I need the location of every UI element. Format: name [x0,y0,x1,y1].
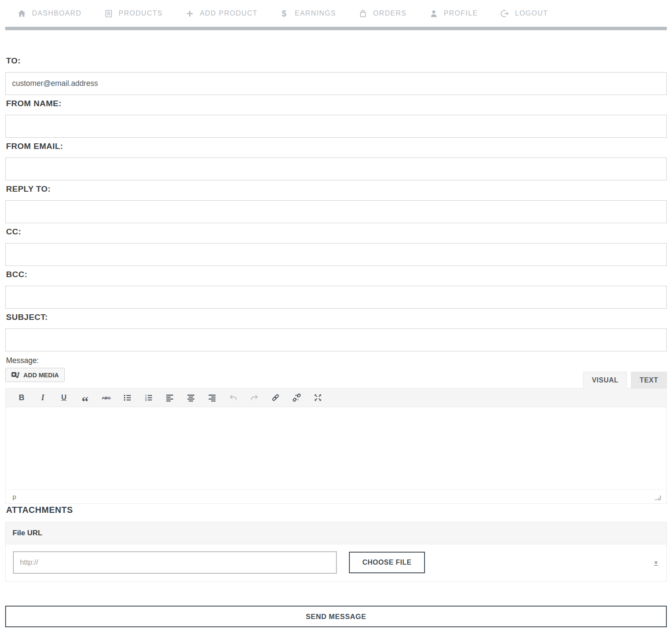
unlink-icon [292,393,301,402]
nav-item-products[interactable]: PRODUCTS [104,9,163,18]
align-center-button[interactable] [186,393,196,402]
nav-item-logout[interactable]: LOGOUT [500,9,548,18]
to-input[interactable] [5,72,667,95]
undo-button[interactable] [228,393,238,402]
editor-media-bar: ADD MEDIA VISUAL TEXT [5,368,667,388]
editor-element-path: p [13,493,16,500]
strikethrough-icon: ABC [102,395,111,400]
from-email-input[interactable] [5,158,667,180]
svg-text:3: 3 [145,398,147,401]
products-icon [104,9,113,18]
contact-customer-form: TO: FROM NAME: FROM EMAIL: REPLY TO: CC:… [5,30,667,627]
nav-label: ORDERS [373,9,406,17]
attachments-table: File URL CHOOSE FILE × [5,522,667,581]
orders-bag-icon [358,9,368,18]
nav-label: ADD PRODUCT [200,9,258,17]
editor-resize-handle[interactable] [654,494,661,502]
from-name-input[interactable] [5,115,667,138]
italic-icon: I [41,393,44,402]
attachment-row: CHOOSE FILE × [6,544,666,581]
editor-statusbar: p [6,489,666,503]
nav-item-earnings[interactable]: $ EARNINGS [280,9,336,18]
numbered-list-button[interactable]: 123 [144,393,153,402]
send-message-button[interactable]: SEND MESSAGE [5,606,667,627]
align-right-icon [208,393,216,402]
subject-input[interactable] [5,329,667,351]
align-left-button[interactable] [165,393,174,402]
align-center-icon [187,393,195,402]
from-name-label: FROM NAME: [6,99,667,108]
nav-label: DASHBOARD [32,9,82,17]
cc-input[interactable] [5,243,667,266]
file-url-input[interactable] [13,551,337,574]
bulleted-list-button[interactable] [123,393,132,402]
bold-icon: B [19,393,25,402]
reply-to-input[interactable] [5,200,667,223]
fullscreen-button[interactable] [313,393,323,402]
bold-button[interactable]: B [17,393,26,402]
dollar-icon: $ [280,9,289,18]
nav-item-profile[interactable]: PROFILE [429,9,478,18]
underline-button[interactable]: U [59,393,69,402]
remove-attachment-link[interactable]: × [654,559,658,566]
add-media-button[interactable]: ADD MEDIA [5,368,65,382]
subject-label: SUBJECT: [6,313,667,322]
home-icon [17,9,26,18]
profile-icon [429,9,438,18]
align-left-icon [165,393,174,402]
choose-file-button[interactable]: CHOOSE FILE [349,552,425,573]
add-media-label: ADD MEDIA [23,372,59,379]
underline-icon: U [61,393,67,402]
bulleted-list-icon [123,393,132,402]
align-right-button[interactable] [207,393,217,402]
editor-toolbar: B I U “ ABC 123 [6,389,666,407]
undo-icon [229,393,238,402]
message-editor: B I U “ ABC 123 [5,388,667,504]
attachments-title: ATTACHMENTS [6,505,667,515]
logout-icon [500,9,509,18]
nav-label: PRODUCTS [119,9,163,17]
nav-item-dashboard[interactable]: DASHBOARD [17,9,82,18]
nav-item-orders[interactable]: ORDERS [358,9,406,18]
nav-label: LOGOUT [515,9,548,17]
blockquote-icon: “ [82,393,89,402]
fullscreen-icon [314,393,322,402]
cc-label: CC: [6,228,667,236]
bcc-label: BCC: [6,270,667,279]
link-icon [271,393,280,402]
file-url-column-header: File URL [6,522,666,544]
numbered-list-icon: 123 [144,393,153,402]
redo-icon [250,393,259,402]
media-icon [11,371,19,379]
insert-link-button[interactable] [271,393,280,402]
strikethrough-button[interactable]: ABC [101,393,111,402]
resize-grip-icon [654,496,661,500]
plus-icon [185,9,194,18]
page: DASHBOARD PRODUCTS ADD PRODUCT $ EARNING… [0,0,672,632]
nav-divider [5,27,667,30]
message-label: Message: [6,356,667,365]
message-editor-body[interactable] [6,407,666,489]
from-email-label: FROM EMAIL: [6,142,667,151]
tab-text[interactable]: TEXT [631,372,667,389]
redo-button[interactable] [250,393,259,402]
editor-mode-tabs: VISUAL TEXT [583,372,667,389]
to-label: TO: [6,57,667,65]
italic-button[interactable]: I [38,393,48,402]
bcc-input[interactable] [5,286,667,309]
blockquote-button[interactable]: “ [80,393,90,402]
reply-to-label: REPLY TO: [6,185,667,193]
nav-label: EARNINGS [295,9,336,17]
nav-item-add-product[interactable]: ADD PRODUCT [185,9,258,18]
top-nav: DASHBOARD PRODUCTS ADD PRODUCT $ EARNING… [5,0,667,27]
nav-label: PROFILE [444,9,478,17]
remove-link-button[interactable] [292,393,301,402]
svg-text:$: $ [282,9,288,18]
tab-visual[interactable]: VISUAL [583,372,627,389]
